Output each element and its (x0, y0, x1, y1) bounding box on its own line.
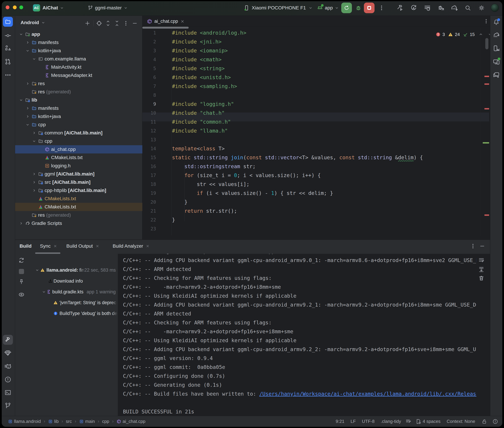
breadcrumb-llama-android[interactable]: llama.android (8, 419, 41, 424)
tree-item-cmakelists-txt[interactable]: CMakeLists.txt (15, 203, 142, 211)
build-tree-row-0[interactable]: llama.android: fin22 sec, 583 ms (15, 266, 118, 274)
context-indicator[interactable]: Context: None (447, 419, 475, 424)
build-output-link-line[interactable]: C/C++: -- Build files have been written … (123, 391, 479, 397)
tab-options-icon[interactable] (483, 18, 490, 25)
device-selector[interactable]: Xiaomi POCOPHONE F1 (244, 1, 313, 16)
stop-button[interactable] (364, 3, 375, 13)
tree-item-manifests[interactable]: manifests (15, 104, 142, 112)
editor-scrollbar[interactable] (485, 38, 488, 49)
error-stripe-mark[interactable] (485, 83, 489, 85)
tree-item-ggml[interactable]: ggml [AiChat.lib.main] (15, 170, 142, 178)
tree-item-cmakelists-txt[interactable]: CMakeLists.txt (15, 195, 142, 203)
tree-item-common[interactable]: common [AiChat.lib.main] (15, 129, 142, 137)
tree-item-kotlin-java[interactable]: kotlin+java (15, 112, 142, 121)
gradle-sync-icon[interactable] (450, 4, 458, 12)
structure-tool-button[interactable] (4, 44, 12, 52)
project-selector[interactable]: AiChat (43, 1, 64, 16)
tree-item-gradle-scripts[interactable]: Gradle Scripts (15, 219, 142, 227)
branch-selector[interactable]: ggml-master (87, 1, 128, 16)
clang-tidy-indicator[interactable]: .clang-tidy (381, 419, 401, 424)
build-tree-row-2[interactable]: build.gradle.ktsapp 1 warning (15, 288, 118, 296)
indent-indicator[interactable]: 4 spaces (416, 419, 441, 424)
rerun-button[interactable] (341, 3, 352, 13)
error-stripe-mark[interactable] (485, 214, 489, 216)
tree-item-res[interactable]: res (15, 80, 142, 88)
tree-item-src[interactable]: src [AiChat.lib.main] (15, 178, 142, 186)
tree-item-cpp[interactable]: cpp (15, 121, 142, 129)
zoom-window-button[interactable] (19, 6, 23, 9)
breadcrumb-src[interactable]: src (66, 419, 72, 424)
event-log-icon[interactable] (492, 419, 498, 424)
tab-ai-chat-cpp[interactable]: ai_chat.cpp (142, 16, 189, 27)
commit-tool-button[interactable] (4, 32, 12, 40)
build-tab-sync[interactable]: Sync (35, 240, 62, 252)
lock-indicator[interactable] (481, 419, 487, 424)
build-tree-row-1[interactable]: Download info (15, 277, 118, 285)
more-tools-button[interactable] (4, 71, 12, 79)
build-refresh-icon[interactable] (17, 256, 25, 264)
build-panel-options-icon[interactable] (469, 242, 477, 250)
tree-item-logging-h[interactable]: logging.h (15, 162, 142, 170)
build-tab-build-analyzer[interactable]: Build Analyzer (108, 240, 154, 252)
build-tab-build-output[interactable]: Build Output (61, 240, 104, 252)
tree-item-cpp[interactable]: cpp (15, 137, 142, 145)
build-output[interactable]: C/C++: -- Using KleidiAI optimized kerne… (118, 254, 490, 416)
inspections-widget[interactable]: 3 24 15 (436, 31, 490, 38)
app-quality-insights-tool-button[interactable] (4, 349, 12, 357)
terminal-tool-button[interactable] (4, 388, 12, 397)
settings-icon[interactable] (478, 4, 486, 12)
profiler-icon[interactable] (423, 4, 431, 12)
gemini-tool-button[interactable] (492, 71, 500, 79)
tree-item-ai-chat-cpp[interactable]: ai_chat.cpp (15, 145, 142, 153)
tree-item-res[interactable]: res (generated) (15, 88, 142, 96)
running-devices-tool-button[interactable] (492, 58, 500, 66)
tree-item-app[interactable]: app (15, 30, 142, 38)
build-tree-row-4[interactable]: BuildType 'debug' is both de (15, 309, 118, 318)
apply-changes-icon[interactable] (410, 4, 418, 12)
gradle-tool-button[interactable] (492, 31, 500, 39)
soft-wrap-icon[interactable] (478, 256, 485, 264)
breadcrumb-lib[interactable]: lib (48, 419, 59, 424)
debug-button[interactable] (355, 4, 362, 12)
minimize-window-button[interactable] (13, 6, 17, 9)
run-config-selector[interactable]: app (316, 1, 339, 16)
code-area[interactable]: 1#include <android/log.h>2#include <jni.… (142, 29, 490, 236)
next-problem-icon[interactable] (488, 32, 490, 37)
line-ending-indicator[interactable]: LF (350, 419, 356, 424)
breadcrumb-cpp[interactable]: cpp (102, 419, 109, 424)
build-run-icon[interactable] (396, 4, 404, 12)
tree-item-cpp-httplib[interactable]: cpp-httplib [AiChat.lib.main] (15, 186, 142, 195)
caret-position[interactable]: 9:21 (336, 419, 344, 424)
tree-item-com-example-llama[interactable]: com.example.llama (15, 55, 142, 63)
tree-item-messageadapter-kt[interactable]: MessageAdapter.kt (15, 71, 142, 80)
tree-item-res[interactable]: res (generated) (15, 211, 142, 219)
avatar[interactable] (491, 4, 499, 12)
close-window-button[interactable] (6, 6, 9, 9)
minimize-panel-icon[interactable] (478, 242, 486, 250)
more-actions-button[interactable] (378, 4, 385, 12)
notifications-button[interactable] (492, 18, 500, 26)
build-files-link[interactable]: /Users/hanyin/Workspace/ai-chat/examples… (259, 391, 479, 397)
project-tool-button[interactable] (3, 17, 13, 27)
error-stripe-mark[interactable] (485, 108, 489, 109)
clear-output-icon[interactable] (478, 274, 485, 282)
close-tab-icon[interactable] (180, 19, 185, 24)
project-icon[interactable]: AC (33, 4, 40, 11)
build-tool-button[interactable] (3, 335, 13, 345)
search-everywhere-icon[interactable] (464, 4, 472, 12)
breadcrumbs[interactable]: llama.androidlibsrcmaincppai_chat.cpp (8, 419, 145, 424)
tree-item-mainactivity-kt[interactable]: MainActivity.kt (15, 63, 142, 71)
scroll-to-end-icon[interactable] (478, 265, 485, 273)
error-stripe-mark[interactable] (485, 76, 489, 77)
pull-requests-tool-button[interactable] (4, 58, 12, 66)
breadcrumb-main[interactable]: main (79, 419, 95, 424)
device-manager-tool-button[interactable] (492, 44, 500, 52)
git-tool-button[interactable] (4, 402, 12, 410)
tree-item-cmakelists-txt[interactable]: CMakeLists.txt (15, 153, 142, 162)
tree-item-lib[interactable]: lib (15, 96, 142, 104)
encoding-indicator[interactable]: UTF-8 (362, 419, 375, 424)
problems-tool-button[interactable] (4, 375, 12, 384)
logcat-tool-button[interactable] (4, 362, 12, 370)
build-tree-row-3[interactable]: 'jvmTarget: String' is deprec (15, 298, 118, 307)
code-style-icon[interactable] (405, 418, 411, 425)
